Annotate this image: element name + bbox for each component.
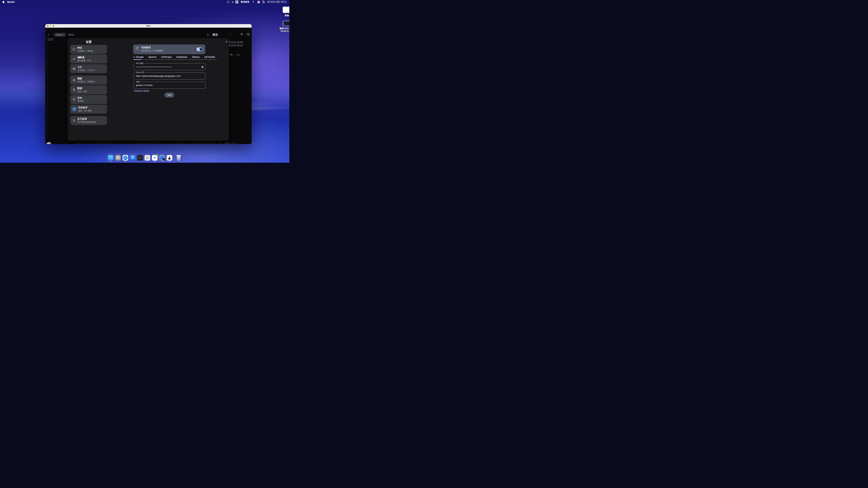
- bold-icon[interactable]: B: [94, 142, 99, 144]
- traffic-lights: [47, 25, 54, 27]
- quote-icon[interactable]: ”: [160, 142, 165, 144]
- window-titlebar[interactable]: Kori: [45, 24, 252, 28]
- format-paint-icon[interactable]: ¶: [116, 142, 121, 144]
- underline-icon[interactable]: U: [109, 142, 114, 144]
- ai-assistant-fab[interactable]: T◆: [46, 142, 51, 144]
- box-status-icon[interactable]: [227, 1, 229, 3]
- dock-xcode[interactable]: [159, 155, 165, 161]
- base-url-field[interactable]: Base URL https://generativelanguage.goog…: [133, 72, 206, 79]
- redo-icon[interactable]: ↷: [81, 142, 86, 144]
- parentheses-icon[interactable]: ( ): [191, 142, 196, 144]
- model-value[interactable]: gemini-2.0-flash: [136, 82, 153, 89]
- search-icon[interactable]: [229, 33, 232, 36]
- dock-trash[interactable]: [176, 155, 182, 161]
- settings-gear-icon[interactable]: ⚙: [240, 32, 243, 36]
- screenshot-label-line2: 00.08.41.png: [281, 30, 289, 32]
- dock-widgets[interactable]: [145, 155, 150, 161]
- link-icon[interactable]: ∞: [155, 142, 160, 144]
- pin-icon[interactable]: [207, 34, 209, 36]
- checklist-icon[interactable]: ✓: [184, 142, 189, 144]
- dock-system-settings[interactable]: ⚙: [115, 155, 121, 161]
- tab-deepseek[interactable]: DeepSeek: [177, 56, 187, 58]
- indent-increase-icon[interactable]: ⇥: [123, 142, 128, 144]
- settings-item-cards[interactable]: 卡片 文本溢出 · 卡片尺寸: [70, 64, 107, 73]
- dollar-icon[interactable]: $: [145, 142, 150, 144]
- screenshot-thumbnail-icon: [283, 21, 289, 26]
- apple-menu-icon[interactable]: [2, 1, 4, 3]
- settings-item-writing-assistant[interactable]: T◆◆ 写作助手 模型 · API 密钥: [70, 105, 107, 114]
- close-window-button[interactable]: [47, 25, 49, 27]
- divider-icon[interactable]: —: [206, 142, 211, 144]
- tab-ollama[interactable]: Ollama: [192, 56, 199, 58]
- italic-icon[interactable]: I: [99, 142, 104, 144]
- desktop-icon-images[interactable]: 图像: [278, 6, 289, 17]
- back-button[interactable]: ‹: [48, 32, 49, 36]
- window-content: ‹ Folder 1 New 概览 ⚙ 1 正文 8月31日 00:09 8月3…: [45, 28, 252, 144]
- writing-assistant-toggle[interactable]: [196, 47, 203, 51]
- dock-terminal[interactable]: >_: [137, 155, 143, 161]
- shuffle-status-icon[interactable]: ××: [232, 1, 233, 3]
- settings-item-subtitle: 时间格式 · 日期格式: [78, 80, 95, 83]
- undo-icon[interactable]: ↶: [75, 142, 81, 144]
- tab-anthropic[interactable]: Anthropic: [161, 56, 172, 58]
- brackets-icon[interactable]: [ ]: [196, 142, 201, 144]
- dock-finder[interactable]: ☺: [108, 155, 114, 161]
- breadcrumb-folder-pill[interactable]: Folder 1: [54, 33, 66, 37]
- minimize-window-button[interactable]: [50, 25, 52, 27]
- text-style-icon[interactable]: T: [87, 142, 92, 144]
- dock-app-store[interactable]: A: [130, 155, 135, 161]
- tab-google[interactable]: Google: [136, 56, 144, 58]
- settings-item-templates[interactable]: 模板 时间格式 · 日期格式: [70, 75, 107, 85]
- code-inline-icon[interactable]: <>: [135, 142, 140, 144]
- tab-openai[interactable]: OpenAI: [148, 56, 156, 58]
- test-button[interactable]: Test: [164, 92, 174, 98]
- settings-item-editor[interactable]: 编辑器 默认视图 · 行号: [70, 55, 107, 63]
- strikethrough-icon[interactable]: S: [104, 142, 109, 144]
- dialog-close-button[interactable]: ×: [224, 40, 228, 44]
- desktop-icon-label: 图像: [278, 14, 289, 17]
- braces-icon[interactable]: { }: [201, 142, 206, 144]
- pinyin-badge-icon[interactable]: 拼: [236, 1, 238, 3]
- control-center-icon[interactable]: [262, 1, 265, 3]
- ai-assistant-icon: T◆◆: [72, 105, 77, 114]
- dock-android-studio[interactable]: A ✓: [152, 155, 158, 161]
- input-method-label[interactable]: 简体拼音: [241, 1, 249, 3]
- active-app-menu[interactable]: MainKt: [7, 1, 15, 3]
- code-block-icon[interactable]: ▣: [140, 142, 145, 144]
- menu-bar-clock[interactable]: 8月31日 周日 00:11: [267, 0, 287, 4]
- api-key-field[interactable]: API 密钥 •••••••••••••••••••••••••••••••••…: [133, 63, 206, 70]
- settings-item-about[interactable]: 关于应用 用户指南·隐私权政策: [70, 116, 107, 125]
- settings-item-style[interactable]: 样式 主题模式 · 调色盘: [70, 45, 107, 54]
- formula-icon[interactable]: Σ: [150, 142, 155, 144]
- table-icon[interactable]: ▤: [218, 142, 223, 144]
- dock-safari[interactable]: [123, 155, 128, 161]
- image-icon[interactable]: ⊡: [224, 142, 229, 144]
- sidebar-toggle-icon[interactable]: [247, 33, 250, 36]
- settings-item-data[interactable]: 数据 备份 · 还原: [70, 85, 107, 94]
- chart-icon[interactable]: ▥: [211, 142, 216, 144]
- zoom-window-button[interactable]: [53, 25, 54, 27]
- base-url-value[interactable]: https://generativelanguage.googleapis.co…: [136, 73, 181, 79]
- numbered-list-icon[interactable]: ≣: [179, 142, 184, 144]
- wifi-icon[interactable]: [252, 1, 255, 3]
- siri-icon[interactable]: [257, 1, 260, 3]
- media-icon[interactable]: ▶: [231, 142, 237, 144]
- grid-icon: [72, 64, 75, 73]
- settings-item-security[interactable]: 安全 密码锁: [70, 95, 107, 104]
- settings-item-subtitle: 密码锁: [78, 100, 84, 102]
- app-store-icon: A: [132, 156, 134, 159]
- editor-text-line[interactable]: 正文: [48, 38, 53, 41]
- dock-java-duke[interactable]: [167, 155, 173, 161]
- indent-decrease-icon[interactable]: ⇤: [128, 142, 133, 144]
- bullet-list-icon[interactable]: ≡: [174, 142, 179, 144]
- api-key-masked-value[interactable]: ••••••••••••••••••••••••••••••••••••••: [136, 63, 172, 70]
- heart-icon: ♥: [133, 56, 135, 58]
- google-ai-studio-link[interactable]: Google AI Studio: [134, 90, 149, 92]
- tab-lm-studio[interactable]: LM Studio: [204, 56, 215, 58]
- tag-icon[interactable]: ▷: [167, 142, 172, 144]
- settings-item-title: 写作助手: [78, 106, 88, 109]
- reveal-password-eye-icon[interactable]: ◉: [202, 63, 204, 70]
- overview-panel-title: 概览: [213, 33, 218, 36]
- model-field[interactable]: 模型 gemini-2.0-flash: [133, 82, 206, 89]
- desktop-icon-screenshot[interactable]: 截屏2025-08-31 00.08.41.png: [275, 21, 289, 33]
